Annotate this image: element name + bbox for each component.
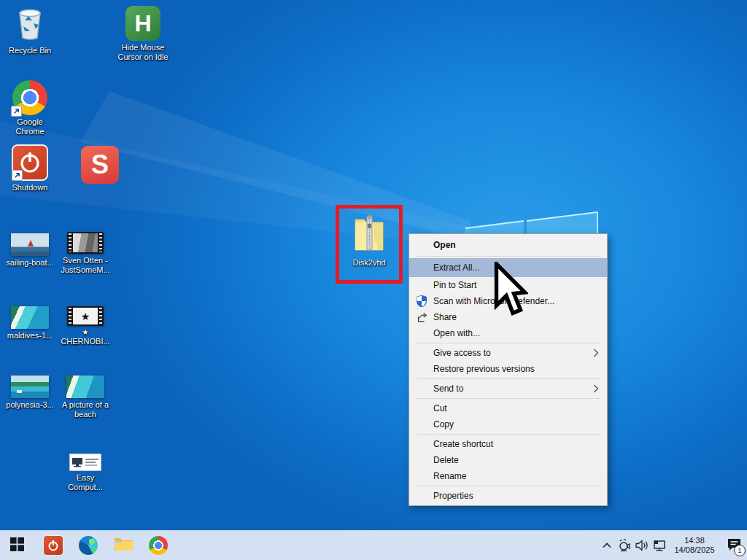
menu-item-copy[interactable]: Copy: [409, 416, 607, 432]
menu-separator: [417, 398, 600, 399]
desktop-icon-beach-picture[interactable]: A picture of a beach: [57, 376, 114, 419]
menu-item-scan-with-defender[interactable]: Scan with Microsoft Defender...: [409, 293, 607, 309]
start-button[interactable]: [0, 531, 34, 560]
taskbar-clock[interactable]: 14:38 14/08/2025: [668, 536, 721, 555]
desktop-icon-chernobyl-video[interactable]: ★ CHERNOBI...: [57, 306, 114, 346]
menu-separator: [417, 378, 600, 379]
desktop-icon-shutdown[interactable]: Shutdown: [1, 144, 58, 192]
recycle-bin-icon: [14, 6, 46, 44]
icon-label: Cursor on Idle: [117, 52, 168, 62]
photo-thumbnail-icon: [11, 306, 49, 329]
meet-now-camera-icon[interactable]: [616, 531, 633, 560]
chrome-icon: [149, 536, 168, 555]
icon-label: Hide Mouse: [117, 43, 168, 52]
desktop-icon-sven-otten-video[interactable]: Sven Otten - JustSomeM...: [57, 232, 114, 275]
desktop-icon-snagit[interactable]: S: [71, 146, 128, 184]
star-emblem-icon: [81, 311, 90, 322]
submenu-chevron-icon: [593, 384, 599, 394]
icon-label: Chrome: [15, 127, 44, 136]
desktop-icon-maldives[interactable]: maldives-1...: [1, 306, 58, 341]
share-icon: [415, 311, 427, 324]
shutdown-power-icon: [43, 535, 63, 556]
icon-label: Shutdown: [12, 183, 48, 192]
icon-label: Google: [15, 117, 44, 127]
icon-label: JustSomeM...: [61, 265, 109, 275]
network-icon[interactable]: [651, 531, 668, 560]
chrome-icon: [12, 80, 47, 115]
photo-thumbnail-icon: [11, 233, 49, 256]
menu-item-properties[interactable]: Properties: [409, 488, 607, 504]
icon-label: Sven Otten -: [61, 256, 109, 265]
hide-mouse-app-icon: H: [125, 6, 160, 41]
menu-separator: [417, 343, 600, 343]
easy-computer-guides-icon: [69, 454, 101, 471]
desktop-icon-recycle-bin[interactable]: Recycle Bin: [1, 6, 58, 55]
menu-separator: [417, 434, 600, 435]
icon-label: maldives-1...: [7, 331, 53, 341]
taskbar-shutdown-button[interactable]: [36, 531, 70, 560]
volume-icon[interactable]: [633, 531, 651, 560]
desktop-icon-sailing-boat[interactable]: sailing-boat...: [1, 233, 58, 268]
desktop-icon-google-chrome[interactable]: Google Chrome: [1, 80, 58, 136]
taskbar: 14:38 14/08/2025 1: [0, 530, 747, 560]
menu-item-open-with[interactable]: Open with...: [409, 325, 607, 341]
menu-item-cut[interactable]: Cut: [409, 400, 607, 416]
menu-item-rename[interactable]: Rename: [409, 468, 607, 484]
taskbar-file-explorer-button[interactable]: [107, 531, 140, 560]
annotation-highlight-box: [336, 205, 403, 284]
system-tray: 14:38 14/08/2025 1: [598, 531, 747, 560]
menu-item-delete[interactable]: Delete: [409, 452, 607, 468]
menu-item-create-shortcut[interactable]: Create shortcut: [409, 436, 607, 452]
shutdown-power-icon: [12, 144, 48, 181]
clock-date: 14/08/2025: [668, 545, 721, 555]
menu-item-share[interactable]: Share: [409, 309, 607, 325]
menu-item-give-access-to[interactable]: Give access to: [409, 345, 607, 361]
file-explorer-icon: [114, 536, 133, 555]
icon-label: Recycle Bin: [9, 46, 51, 55]
video-file-icon: [67, 306, 104, 326]
context-menu: Open Extract All... Pin to Start Scan wi…: [409, 233, 608, 506]
video-file-icon: [67, 232, 104, 254]
menu-item-extract-all[interactable]: Extract All...: [409, 258, 607, 277]
desktop-icon-polynesia[interactable]: polynesia-3...: [1, 376, 58, 410]
icon-label: beach: [62, 410, 109, 419]
edge-icon: [79, 536, 98, 555]
menu-item-restore-previous-versions[interactable]: Restore previous versions: [409, 361, 607, 377]
menu-separator: [417, 256, 600, 257]
rating-star: ★: [61, 328, 109, 337]
tray-chevron-up-icon[interactable]: [598, 531, 616, 560]
icon-label: polynesia-3...: [6, 400, 53, 410]
desktop: Recycle Bin Google Chrome Shutdown: [0, 0, 747, 560]
desktop-icon-easy-computer[interactable]: Easy Comput...: [57, 454, 114, 492]
menu-item-pin-to-start[interactable]: Pin to Start: [409, 277, 607, 293]
defender-shield-icon: [415, 295, 427, 308]
shortcut-arrow-icon: [12, 170, 23, 181]
action-center-button[interactable]: 1: [721, 531, 747, 560]
photo-thumbnail-icon: [66, 376, 104, 398]
taskbar-chrome-button[interactable]: [142, 531, 175, 560]
taskbar-edge-button[interactable]: [71, 531, 105, 560]
menu-item-send-to[interactable]: Send to: [409, 381, 607, 397]
clock-time: 14:38: [668, 536, 721, 545]
icon-label: sailing-boat...: [6, 258, 53, 268]
shortcut-arrow-icon: [11, 106, 22, 117]
menu-item-open[interactable]: Open: [409, 236, 607, 254]
snagit-icon: S: [81, 146, 119, 184]
submenu-chevron-icon: [593, 349, 599, 358]
icon-label: A picture of a: [62, 400, 109, 410]
notification-count-badge: 1: [734, 545, 746, 556]
icon-label: Comput...: [68, 483, 103, 492]
icon-label: Easy: [68, 473, 103, 483]
icon-label: CHERNOBI...: [61, 337, 109, 346]
desktop-icon-hide-mouse[interactable]: H Hide Mouse Cursor on Idle: [113, 6, 173, 62]
menu-separator: [417, 486, 600, 486]
windows-start-icon: [10, 537, 24, 554]
photo-thumbnail-icon: [11, 376, 49, 398]
